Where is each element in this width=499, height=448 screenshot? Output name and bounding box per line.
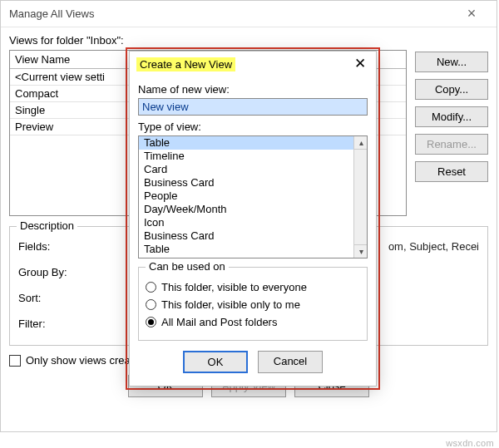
list-item[interactable]: Day/Week/Month xyxy=(139,203,367,216)
reset-button[interactable]: Reset xyxy=(415,161,488,182)
create-new-view-dialog: Create a New View ✕ Name of new view: Ne… xyxy=(129,51,377,386)
list-item[interactable]: Timeline xyxy=(139,150,367,163)
modal-ok-button[interactable]: OK xyxy=(183,351,248,373)
list-item[interactable]: Icon xyxy=(139,216,367,229)
radio-visible-only-me[interactable]: This folder, visible only to me xyxy=(146,298,360,311)
radio-label: All Mail and Post folders xyxy=(161,316,277,328)
copy-button[interactable]: Copy... xyxy=(415,79,488,100)
view-name-cell: Compact xyxy=(10,86,143,101)
modify-button[interactable]: Modify... xyxy=(415,106,488,127)
rename-button[interactable]: Rename... xyxy=(415,134,488,155)
can-be-used-on-group: Can be used on This folder, visible to e… xyxy=(138,267,368,341)
list-item[interactable]: Business Card xyxy=(139,176,367,190)
window-title: Manage All Views xyxy=(9,7,455,20)
description-legend: Description xyxy=(17,219,77,232)
usage-legend: Can be used on xyxy=(146,260,229,273)
modal-body: Name of new view: New view Type of view:… xyxy=(130,75,376,382)
scroll-up-icon[interactable]: ▴ xyxy=(354,136,368,150)
name-of-view-label: Name of new view: xyxy=(138,83,368,96)
view-name-cell: Single xyxy=(10,102,143,118)
titlebar: Manage All Views × xyxy=(1,1,497,27)
checkbox-icon[interactable] xyxy=(9,355,21,367)
view-name-cell: Preview xyxy=(10,119,143,135)
scrollbar[interactable]: ▴ ▾ xyxy=(353,136,367,258)
radio-label: This folder, visible to everyone xyxy=(161,281,307,293)
new-button[interactable]: New... xyxy=(415,52,488,72)
filter-label: Filter: xyxy=(18,318,85,330)
group-by-label: Group By: xyxy=(18,266,85,278)
modal-titlebar: Create a New View ✕ xyxy=(130,52,376,75)
radio-icon[interactable] xyxy=(146,282,156,293)
list-item[interactable]: Table xyxy=(139,243,367,256)
fields-label: Fields: xyxy=(18,240,85,253)
sort-label: Sort: xyxy=(18,292,85,304)
scroll-down-icon[interactable]: ▾ xyxy=(354,244,368,258)
view-name-input[interactable]: New view xyxy=(138,98,368,116)
watermark: wsxdn.com xyxy=(446,438,494,448)
list-item[interactable]: Card xyxy=(139,163,367,176)
column-header-view-name[interactable]: View Name xyxy=(10,51,143,68)
view-name-cell: <Current view setti xyxy=(10,69,143,85)
type-of-view-list[interactable]: Table Timeline Card Business Card People… xyxy=(138,135,368,258)
radio-all-mail-folders[interactable]: All Mail and Post folders xyxy=(146,316,360,328)
radio-icon[interactable] xyxy=(146,317,156,327)
type-of-view-label: Type of view: xyxy=(138,121,368,133)
close-icon[interactable]: × xyxy=(455,5,488,22)
list-item[interactable]: Table xyxy=(139,136,367,150)
side-buttons: New... Copy... Modify... Rename... Reset xyxy=(415,50,488,216)
modal-cancel-button[interactable]: Cancel xyxy=(258,351,323,373)
radio-visible-everyone[interactable]: This folder, visible to everyone xyxy=(146,281,360,293)
radio-label: This folder, visible only to me xyxy=(161,298,300,311)
list-item[interactable]: People xyxy=(139,190,367,203)
radio-icon[interactable] xyxy=(146,299,156,310)
views-for-label: Views for folder "Inbox": xyxy=(9,34,488,47)
modal-close-icon[interactable]: ✕ xyxy=(351,57,369,71)
list-item[interactable]: Business Card xyxy=(139,229,367,243)
modal-title: Create a New View xyxy=(136,57,235,71)
modal-buttons: OK Cancel xyxy=(138,351,368,373)
